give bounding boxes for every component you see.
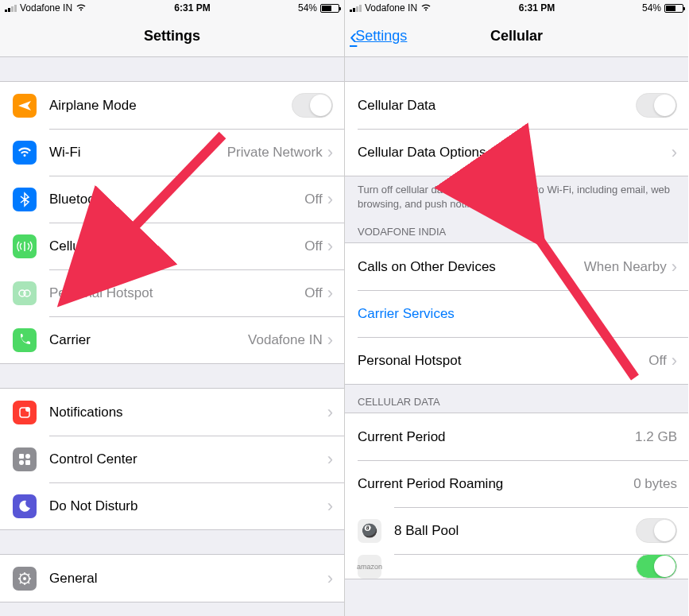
- row-do-not-disturb[interactable]: Do Not Disturb ›: [0, 482, 344, 529]
- app-toggle[interactable]: [636, 554, 677, 579]
- carrier-label: Vodafone IN: [20, 2, 72, 14]
- row-wifi[interactable]: Wi-Fi Private Network ›: [0, 129, 344, 176]
- svg-rect-6: [19, 460, 24, 465]
- svg-point-3: [25, 407, 30, 412]
- row-value: Private Network: [227, 145, 323, 161]
- row-current-period: Current Period 1.2 GB: [345, 413, 688, 460]
- airplane-toggle[interactable]: [292, 93, 333, 118]
- antenna-icon: [13, 234, 37, 258]
- wifi-status-icon: [420, 2, 432, 14]
- chevron-right-icon: ›: [327, 189, 333, 210]
- row-bluetooth[interactable]: Bluetooth Off ›: [0, 176, 344, 223]
- chevron-right-icon: ›: [672, 257, 677, 277]
- row-label: 8 Ball Pool: [394, 523, 636, 539]
- battery-percent: 54%: [642, 2, 661, 14]
- chevron-right-icon: ›: [672, 142, 677, 163]
- row-airplane-mode[interactable]: Airplane Mode: [0, 82, 344, 129]
- row-value: Off: [304, 285, 322, 301]
- row-cellular-data-options[interactable]: Cellular Data Options ›: [345, 129, 688, 176]
- row-notifications[interactable]: Notifications ›: [0, 389, 344, 436]
- chevron-right-icon: ›: [327, 283, 333, 304]
- chevron-right-icon: ›: [672, 351, 677, 371]
- row-value: When Nearby: [584, 259, 667, 275]
- row-cellular[interactable]: Cellular Off ›: [0, 223, 344, 269]
- row-label: Notifications: [49, 405, 327, 420]
- row-label: Bluetooth: [49, 192, 304, 207]
- row-label: Control Center: [49, 451, 327, 467]
- dnd-icon: [13, 494, 37, 518]
- row-label: Airplane Mode: [49, 98, 292, 114]
- svg-rect-4: [19, 454, 24, 459]
- row-personal-hotspot[interactable]: Personal Hotspot Off ›: [0, 269, 344, 316]
- wifi-icon: [13, 141, 37, 165]
- chevron-right-icon: ›: [327, 236, 333, 257]
- app-icon: 🎱: [358, 519, 381, 543]
- svg-rect-7: [25, 460, 30, 465]
- battery-percent: 54%: [298, 2, 317, 14]
- battery-icon: [320, 4, 339, 13]
- row-app-amazon[interactable]: amazon amazon: [345, 554, 688, 579]
- row-value: 1.2 GB: [635, 429, 677, 445]
- footer-text: Turn off cellular data to restrict all d…: [345, 176, 688, 215]
- signal-icon: [5, 4, 17, 12]
- row-value: Off: [648, 353, 666, 369]
- svg-rect-5: [25, 454, 30, 459]
- status-bar: Vodafone IN 6:31 PM 54%: [0, 0, 344, 16]
- row-value: Off: [304, 192, 322, 207]
- notifications-icon: [13, 401, 37, 424]
- signal-icon: [350, 4, 362, 12]
- row-label: Do Not Disturb: [49, 498, 327, 514]
- row-label: Current Period Roaming: [358, 476, 633, 492]
- section-header: VODAFONE INDIA: [345, 215, 688, 242]
- row-carrier-services[interactable]: Carrier Services: [345, 290, 688, 337]
- cellular-data-toggle[interactable]: [636, 93, 677, 118]
- carrier-label: Vodafone IN: [365, 2, 417, 14]
- page-title: Settings: [0, 28, 344, 45]
- settings-group-notifications: Notifications › Control Center › Do Not …: [0, 388, 344, 530]
- nav-bar: ‹ Settings Cellular: [345, 16, 688, 57]
- cellular-group-main: Cellular Data Cellular Data Options ›: [345, 81, 688, 176]
- row-personal-hotspot[interactable]: Personal Hotspot Off ›: [345, 337, 688, 384]
- row-current-period-roaming: Current Period Roaming 0 bytes: [345, 460, 688, 507]
- cellular-group-vodafone: Calls on Other Devices When Nearby › Car…: [345, 242, 688, 385]
- row-app-8ballpool[interactable]: 🎱 8 Ball Pool: [345, 507, 688, 554]
- row-general[interactable]: General ›: [0, 555, 344, 602]
- row-label: Wi-Fi: [49, 145, 227, 161]
- hotspot-icon: [13, 281, 37, 305]
- row-label: Personal Hotspot: [358, 353, 648, 369]
- chevron-right-icon: ›: [327, 496, 333, 517]
- row-carrier[interactable]: Carrier Vodafone IN ›: [0, 316, 344, 363]
- status-bar: Vodafone IN 6:31 PM 54%: [345, 0, 688, 16]
- svg-point-1: [24, 290, 30, 296]
- chevron-right-icon: ›: [327, 142, 333, 163]
- row-label: Current Period: [358, 429, 635, 445]
- page-title: Cellular: [345, 28, 688, 45]
- chevron-right-icon: ›: [327, 402, 333, 423]
- row-label: Cellular: [49, 238, 304, 254]
- app-icon: amazon: [358, 555, 381, 579]
- row-label: Cellular Data: [358, 98, 636, 114]
- row-calls-other-devices[interactable]: Calls on Other Devices When Nearby ›: [345, 243, 688, 290]
- settings-group-general: General ›: [0, 554, 344, 602]
- chevron-right-icon: ›: [327, 330, 333, 351]
- cellular-screen: Vodafone IN 6:31 PM 54% ‹ Settings Cellu…: [344, 0, 688, 616]
- row-label: General: [49, 571, 327, 587]
- battery-icon: [664, 4, 683, 13]
- time-label: 6:31 PM: [519, 2, 555, 14]
- row-value: 0 bytes: [633, 476, 677, 492]
- cellular-group-data: Current Period 1.2 GB Current Period Roa…: [345, 413, 688, 579]
- gear-icon: [13, 567, 37, 591]
- chevron-right-icon: ›: [327, 449, 333, 470]
- settings-group-connectivity: Airplane Mode Wi-Fi Private Network › Bl…: [0, 81, 344, 364]
- row-value: Off: [304, 238, 322, 254]
- phone-icon: [13, 328, 37, 352]
- row-label: Carrier: [49, 332, 248, 348]
- row-value: Vodafone IN: [248, 332, 323, 348]
- app-toggle[interactable]: [636, 518, 677, 543]
- time-label: 6:31 PM: [174, 2, 210, 14]
- row-label: Personal Hotspot: [49, 285, 304, 301]
- row-control-center[interactable]: Control Center ›: [0, 436, 344, 482]
- row-cellular-data[interactable]: Cellular Data: [345, 82, 688, 129]
- svg-point-9: [23, 577, 26, 580]
- settings-screen: Vodafone IN 6:31 PM 54% Settings Airplan…: [0, 0, 344, 616]
